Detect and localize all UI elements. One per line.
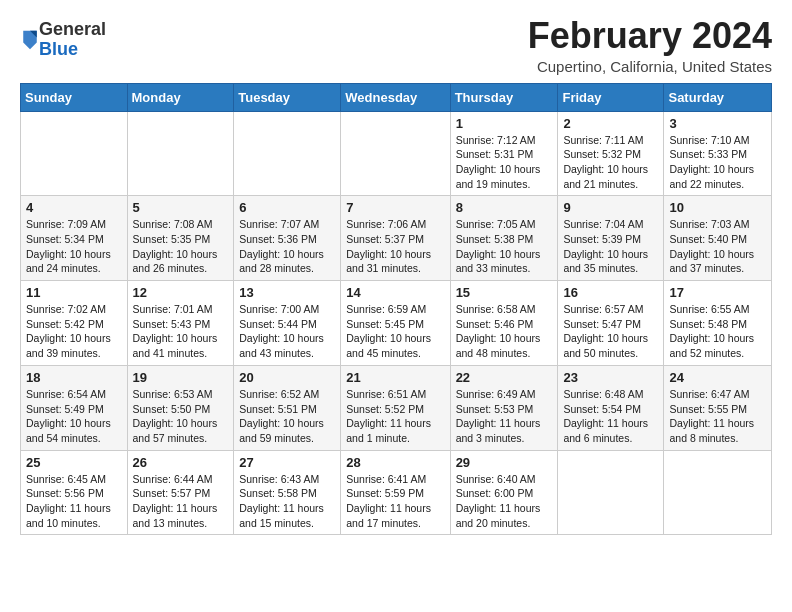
day-number: 9 bbox=[563, 200, 658, 215]
page-header: General Blue February 2024 Cupertino, Ca… bbox=[20, 16, 772, 75]
calendar-week-3: 11Sunrise: 7:02 AM Sunset: 5:42 PM Dayli… bbox=[21, 281, 772, 366]
calendar-cell: 8Sunrise: 7:05 AM Sunset: 5:38 PM Daylig… bbox=[450, 196, 558, 281]
day-info: Sunrise: 6:59 AM Sunset: 5:45 PM Dayligh… bbox=[346, 302, 444, 361]
day-info: Sunrise: 6:47 AM Sunset: 5:55 PM Dayligh… bbox=[669, 387, 766, 446]
day-info: Sunrise: 6:44 AM Sunset: 5:57 PM Dayligh… bbox=[133, 472, 229, 531]
calendar-cell: 17Sunrise: 6:55 AM Sunset: 5:48 PM Dayli… bbox=[664, 281, 772, 366]
calendar-cell: 21Sunrise: 6:51 AM Sunset: 5:52 PM Dayli… bbox=[341, 365, 450, 450]
weekday-header-row: SundayMondayTuesdayWednesdayThursdayFrid… bbox=[21, 83, 772, 111]
calendar-cell bbox=[341, 111, 450, 196]
day-info: Sunrise: 7:08 AM Sunset: 5:35 PM Dayligh… bbox=[133, 217, 229, 276]
day-number: 29 bbox=[456, 455, 553, 470]
calendar-cell: 15Sunrise: 6:58 AM Sunset: 5:46 PM Dayli… bbox=[450, 281, 558, 366]
day-number: 19 bbox=[133, 370, 229, 385]
calendar-cell: 14Sunrise: 6:59 AM Sunset: 5:45 PM Dayli… bbox=[341, 281, 450, 366]
day-number: 3 bbox=[669, 116, 766, 131]
day-number: 21 bbox=[346, 370, 444, 385]
weekday-header-monday: Monday bbox=[127, 83, 234, 111]
day-info: Sunrise: 6:49 AM Sunset: 5:53 PM Dayligh… bbox=[456, 387, 553, 446]
day-info: Sunrise: 7:06 AM Sunset: 5:37 PM Dayligh… bbox=[346, 217, 444, 276]
day-info: Sunrise: 6:40 AM Sunset: 6:00 PM Dayligh… bbox=[456, 472, 553, 531]
day-info: Sunrise: 6:54 AM Sunset: 5:49 PM Dayligh… bbox=[26, 387, 122, 446]
title-area: February 2024 Cupertino, California, Uni… bbox=[528, 16, 772, 75]
day-number: 10 bbox=[669, 200, 766, 215]
day-number: 15 bbox=[456, 285, 553, 300]
logo-blue-text: Blue bbox=[39, 39, 78, 59]
calendar-cell: 5Sunrise: 7:08 AM Sunset: 5:35 PM Daylig… bbox=[127, 196, 234, 281]
day-info: Sunrise: 6:58 AM Sunset: 5:46 PM Dayligh… bbox=[456, 302, 553, 361]
weekday-header-friday: Friday bbox=[558, 83, 664, 111]
day-number: 4 bbox=[26, 200, 122, 215]
calendar-cell: 7Sunrise: 7:06 AM Sunset: 5:37 PM Daylig… bbox=[341, 196, 450, 281]
day-number: 2 bbox=[563, 116, 658, 131]
calendar-cell: 25Sunrise: 6:45 AM Sunset: 5:56 PM Dayli… bbox=[21, 450, 128, 535]
calendar-cell bbox=[127, 111, 234, 196]
day-info: Sunrise: 6:45 AM Sunset: 5:56 PM Dayligh… bbox=[26, 472, 122, 531]
day-number: 16 bbox=[563, 285, 658, 300]
day-info: Sunrise: 7:12 AM Sunset: 5:31 PM Dayligh… bbox=[456, 133, 553, 192]
day-number: 27 bbox=[239, 455, 335, 470]
calendar-cell: 28Sunrise: 6:41 AM Sunset: 5:59 PM Dayli… bbox=[341, 450, 450, 535]
logo: General Blue bbox=[20, 20, 106, 60]
calendar-cell: 16Sunrise: 6:57 AM Sunset: 5:47 PM Dayli… bbox=[558, 281, 664, 366]
day-number: 28 bbox=[346, 455, 444, 470]
calendar-cell: 1Sunrise: 7:12 AM Sunset: 5:31 PM Daylig… bbox=[450, 111, 558, 196]
day-number: 5 bbox=[133, 200, 229, 215]
day-info: Sunrise: 6:55 AM Sunset: 5:48 PM Dayligh… bbox=[669, 302, 766, 361]
day-number: 18 bbox=[26, 370, 122, 385]
calendar-cell: 3Sunrise: 7:10 AM Sunset: 5:33 PM Daylig… bbox=[664, 111, 772, 196]
day-number: 13 bbox=[239, 285, 335, 300]
day-number: 6 bbox=[239, 200, 335, 215]
month-title: February 2024 bbox=[528, 16, 772, 56]
day-number: 12 bbox=[133, 285, 229, 300]
day-info: Sunrise: 6:52 AM Sunset: 5:51 PM Dayligh… bbox=[239, 387, 335, 446]
calendar-cell: 2Sunrise: 7:11 AM Sunset: 5:32 PM Daylig… bbox=[558, 111, 664, 196]
calendar-cell: 12Sunrise: 7:01 AM Sunset: 5:43 PM Dayli… bbox=[127, 281, 234, 366]
calendar-cell: 13Sunrise: 7:00 AM Sunset: 5:44 PM Dayli… bbox=[234, 281, 341, 366]
day-info: Sunrise: 7:10 AM Sunset: 5:33 PM Dayligh… bbox=[669, 133, 766, 192]
calendar-week-4: 18Sunrise: 6:54 AM Sunset: 5:49 PM Dayli… bbox=[21, 365, 772, 450]
calendar-cell: 20Sunrise: 6:52 AM Sunset: 5:51 PM Dayli… bbox=[234, 365, 341, 450]
day-number: 26 bbox=[133, 455, 229, 470]
day-info: Sunrise: 6:41 AM Sunset: 5:59 PM Dayligh… bbox=[346, 472, 444, 531]
calendar-body: 1Sunrise: 7:12 AM Sunset: 5:31 PM Daylig… bbox=[21, 111, 772, 535]
day-info: Sunrise: 7:05 AM Sunset: 5:38 PM Dayligh… bbox=[456, 217, 553, 276]
day-number: 22 bbox=[456, 370, 553, 385]
day-info: Sunrise: 7:02 AM Sunset: 5:42 PM Dayligh… bbox=[26, 302, 122, 361]
calendar-cell bbox=[234, 111, 341, 196]
calendar-cell: 19Sunrise: 6:53 AM Sunset: 5:50 PM Dayli… bbox=[127, 365, 234, 450]
weekday-header-thursday: Thursday bbox=[450, 83, 558, 111]
day-number: 23 bbox=[563, 370, 658, 385]
day-info: Sunrise: 7:04 AM Sunset: 5:39 PM Dayligh… bbox=[563, 217, 658, 276]
calendar-cell: 9Sunrise: 7:04 AM Sunset: 5:39 PM Daylig… bbox=[558, 196, 664, 281]
day-info: Sunrise: 7:07 AM Sunset: 5:36 PM Dayligh… bbox=[239, 217, 335, 276]
calendar-cell bbox=[664, 450, 772, 535]
location-title: Cupertino, California, United States bbox=[528, 58, 772, 75]
day-info: Sunrise: 7:03 AM Sunset: 5:40 PM Dayligh… bbox=[669, 217, 766, 276]
calendar-cell bbox=[558, 450, 664, 535]
day-number: 11 bbox=[26, 285, 122, 300]
calendar-cell: 23Sunrise: 6:48 AM Sunset: 5:54 PM Dayli… bbox=[558, 365, 664, 450]
logo-general-text: General bbox=[39, 19, 106, 39]
day-info: Sunrise: 7:01 AM Sunset: 5:43 PM Dayligh… bbox=[133, 302, 229, 361]
calendar-cell: 4Sunrise: 7:09 AM Sunset: 5:34 PM Daylig… bbox=[21, 196, 128, 281]
day-number: 25 bbox=[26, 455, 122, 470]
day-info: Sunrise: 7:09 AM Sunset: 5:34 PM Dayligh… bbox=[26, 217, 122, 276]
day-number: 14 bbox=[346, 285, 444, 300]
calendar-cell bbox=[21, 111, 128, 196]
calendar-cell: 26Sunrise: 6:44 AM Sunset: 5:57 PM Dayli… bbox=[127, 450, 234, 535]
weekday-header-saturday: Saturday bbox=[664, 83, 772, 111]
calendar-cell: 22Sunrise: 6:49 AM Sunset: 5:53 PM Dayli… bbox=[450, 365, 558, 450]
day-info: Sunrise: 6:57 AM Sunset: 5:47 PM Dayligh… bbox=[563, 302, 658, 361]
day-info: Sunrise: 6:43 AM Sunset: 5:58 PM Dayligh… bbox=[239, 472, 335, 531]
weekday-header-wednesday: Wednesday bbox=[341, 83, 450, 111]
calendar-cell: 6Sunrise: 7:07 AM Sunset: 5:36 PM Daylig… bbox=[234, 196, 341, 281]
day-number: 24 bbox=[669, 370, 766, 385]
calendar-table: SundayMondayTuesdayWednesdayThursdayFrid… bbox=[20, 83, 772, 536]
weekday-header-sunday: Sunday bbox=[21, 83, 128, 111]
day-number: 8 bbox=[456, 200, 553, 215]
calendar-cell: 29Sunrise: 6:40 AM Sunset: 6:00 PM Dayli… bbox=[450, 450, 558, 535]
day-info: Sunrise: 6:53 AM Sunset: 5:50 PM Dayligh… bbox=[133, 387, 229, 446]
day-info: Sunrise: 6:51 AM Sunset: 5:52 PM Dayligh… bbox=[346, 387, 444, 446]
calendar-cell: 10Sunrise: 7:03 AM Sunset: 5:40 PM Dayli… bbox=[664, 196, 772, 281]
